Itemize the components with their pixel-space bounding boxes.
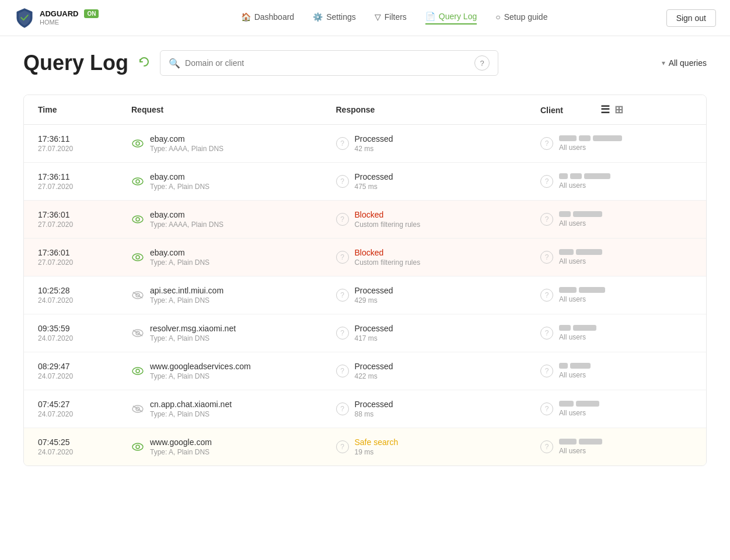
response-info: Processed 88 ms bbox=[355, 400, 393, 418]
request-type: Type: A, Plain DNS bbox=[150, 296, 223, 304]
ip-segment bbox=[576, 401, 599, 407]
response-status: Processed bbox=[355, 286, 393, 295]
request-cell: ebay.com Type: A, Plain DNS bbox=[131, 248, 336, 267]
time-value: 08:29:47 bbox=[38, 362, 131, 371]
nav-setup-guide[interactable]: ○ Setup guide bbox=[495, 12, 547, 24]
client-help-icon[interactable]: ? bbox=[540, 327, 553, 340]
search-input[interactable] bbox=[185, 58, 470, 68]
col-request: Request bbox=[131, 105, 336, 114]
response-cell: ? Processed 422 ms bbox=[336, 362, 541, 380]
ip-bar bbox=[559, 363, 591, 369]
filter-dropdown[interactable]: ▾ All queries bbox=[662, 58, 707, 68]
response-status: Processed bbox=[355, 324, 393, 333]
time-value: 10:25:28 bbox=[38, 286, 131, 295]
request-type: Type: A, Plain DNS bbox=[150, 410, 232, 418]
response-info: Processed 422 ms bbox=[355, 362, 393, 380]
ip-segment bbox=[559, 439, 577, 444]
request-type: Type: A, Plain DNS bbox=[150, 334, 236, 342]
client-help-icon[interactable]: ? bbox=[540, 440, 553, 453]
page-content: Query Log 🔍 ? ▾ All queries Time Request… bbox=[0, 36, 730, 480]
client-info: All users bbox=[559, 363, 591, 379]
ip-bar bbox=[559, 287, 605, 293]
list-view-icon[interactable]: ☰ bbox=[600, 103, 610, 116]
response-help-icon[interactable]: ? bbox=[336, 175, 349, 188]
ip-segment bbox=[559, 401, 574, 407]
request-icon bbox=[131, 402, 144, 415]
col-client: Client ☰ ⊞ bbox=[540, 103, 692, 116]
date-value: 24.07.2020 bbox=[38, 448, 131, 456]
request-domain: www.googleadservices.com bbox=[150, 362, 251, 371]
request-info: www.googleadservices.com Type: A, Plain … bbox=[150, 362, 251, 380]
svg-point-19 bbox=[132, 443, 143, 450]
client-help-icon[interactable]: ? bbox=[540, 137, 553, 150]
ip-bar bbox=[559, 135, 622, 141]
client-info: All users bbox=[559, 287, 605, 303]
svg-point-3 bbox=[136, 180, 139, 183]
client-help-icon[interactable]: ? bbox=[540, 402, 553, 415]
date-value: 24.07.2020 bbox=[38, 296, 131, 304]
client-info: All users bbox=[559, 439, 602, 455]
svg-point-7 bbox=[136, 256, 139, 259]
svg-point-0 bbox=[132, 140, 143, 147]
search-help-button[interactable]: ? bbox=[474, 55, 490, 71]
table-row: 07:45:25 24.07.2020 www.google.com Type:… bbox=[24, 428, 706, 466]
nav-query-log[interactable]: 📄 Query Log bbox=[425, 12, 477, 24]
response-help-icon[interactable]: ? bbox=[336, 251, 349, 264]
client-help-icon[interactable]: ? bbox=[540, 251, 553, 264]
table-body: 17:36:11 27.07.2020 ebay.com Type: AAAA,… bbox=[24, 125, 706, 466]
time-value: 17:36:01 bbox=[38, 248, 131, 257]
refresh-button[interactable] bbox=[138, 55, 151, 71]
nav-settings[interactable]: ⚙️ Settings bbox=[313, 12, 356, 24]
response-info: Blocked Custom filtering rules bbox=[355, 248, 421, 267]
sign-out-button[interactable]: Sign out bbox=[666, 9, 716, 27]
response-help-icon[interactable]: ? bbox=[336, 365, 349, 377]
response-help-icon[interactable]: ? bbox=[336, 137, 349, 150]
client-info: All users bbox=[559, 211, 602, 228]
response-ms: 429 ms bbox=[355, 296, 393, 304]
request-icon bbox=[131, 251, 144, 264]
client-cell: ? All users bbox=[540, 249, 692, 265]
table-row: 08:29:47 24.07.2020 www.googleadservices… bbox=[24, 352, 706, 390]
svg-point-4 bbox=[132, 216, 143, 223]
client-help-icon[interactable]: ? bbox=[540, 365, 553, 377]
response-help-icon[interactable]: ? bbox=[336, 327, 349, 340]
client-help-icon[interactable]: ? bbox=[540, 289, 553, 302]
nav-filters[interactable]: ▽ Filters bbox=[375, 12, 407, 24]
request-type: Type: A, Plain DNS bbox=[150, 372, 251, 380]
search-icon: 🔍 bbox=[169, 58, 180, 69]
svg-point-20 bbox=[136, 445, 139, 449]
ip-segment bbox=[570, 173, 582, 179]
page-header: Query Log 🔍 ? ▾ All queries bbox=[23, 50, 707, 76]
request-cell: www.googleadservices.com Type: A, Plain … bbox=[131, 362, 336, 380]
response-help-icon[interactable]: ? bbox=[336, 402, 349, 415]
nav-dashboard[interactable]: 🏠 Dashboard bbox=[241, 12, 295, 24]
client-cell: ? All users bbox=[540, 211, 692, 228]
response-ms: 19 ms bbox=[355, 448, 399, 456]
date-value: 27.07.2020 bbox=[38, 145, 131, 153]
time-cell: 17:36:01 27.07.2020 bbox=[38, 248, 131, 267]
client-cell: ? All users bbox=[540, 173, 692, 190]
client-label: All users bbox=[559, 371, 591, 379]
grid-view-icon[interactable]: ⊞ bbox=[614, 103, 623, 116]
filter-icon: ▽ bbox=[375, 12, 381, 22]
client-info: All users bbox=[559, 325, 596, 341]
response-status: Blocked bbox=[355, 248, 421, 257]
svg-point-2 bbox=[132, 178, 143, 185]
response-info: Processed 475 ms bbox=[355, 172, 393, 191]
time-cell: 07:45:27 24.07.2020 bbox=[38, 400, 131, 418]
request-info: ebay.com Type: A, Plain DNS bbox=[150, 172, 209, 191]
response-ms: 88 ms bbox=[355, 410, 393, 418]
response-help-icon[interactable]: ? bbox=[336, 213, 349, 226]
ip-segment bbox=[559, 211, 571, 217]
ip-segment bbox=[570, 363, 591, 369]
request-domain: www.google.com bbox=[150, 438, 212, 447]
request-type: Type: A, Plain DNS bbox=[150, 258, 209, 267]
client-help-icon[interactable]: ? bbox=[540, 213, 553, 226]
response-help-icon[interactable]: ? bbox=[336, 440, 349, 453]
client-cell: ? All users bbox=[540, 401, 692, 417]
client-help-icon[interactable]: ? bbox=[540, 175, 553, 188]
response-help-icon[interactable]: ? bbox=[336, 289, 349, 302]
time-value: 07:45:25 bbox=[38, 438, 131, 447]
response-info: Processed 417 ms bbox=[355, 324, 393, 342]
request-type: Type: AAAA, Plain DNS bbox=[150, 145, 223, 153]
